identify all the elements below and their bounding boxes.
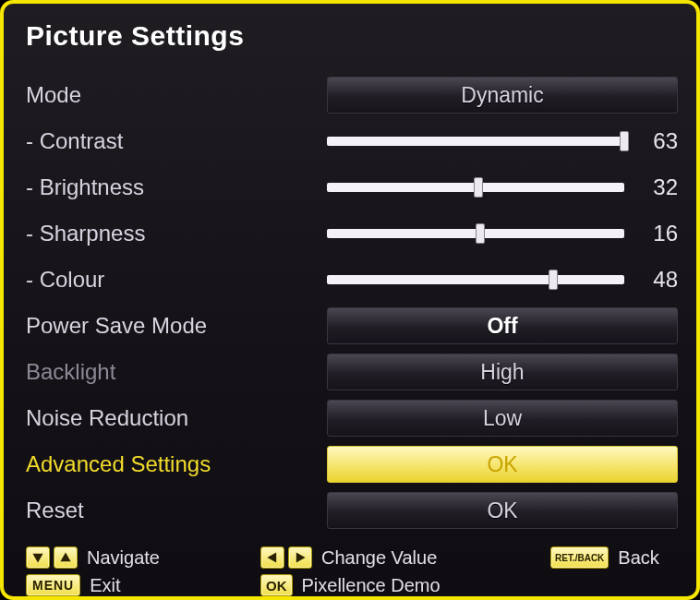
row-colour[interactable]: - Colour 48 [22, 258, 678, 301]
hint-pixdemo: OK Pixellence Demo [260, 574, 519, 596]
label-reset: Reset [22, 498, 327, 523]
row-mode[interactable]: Mode Dynamic [22, 74, 678, 116]
menu-button-icon: MENU [26, 574, 80, 596]
value-sharpness: 16 [637, 221, 678, 246]
arrow-left-icon [260, 546, 284, 569]
svg-marker-1 [60, 552, 70, 561]
hint-change: Change Value [260, 546, 519, 569]
value-noise[interactable]: Low [327, 400, 678, 437]
row-reset[interactable]: Reset OK [22, 489, 678, 532]
svg-marker-2 [267, 552, 276, 562]
label-contrast: - Contrast [22, 128, 327, 154]
label-colour: - Colour [22, 267, 327, 293]
ret-back-button-icon: RET./BACK [550, 546, 609, 569]
value-brightness: 32 [637, 174, 678, 200]
hint-back-label: Back [618, 547, 658, 569]
value-reset[interactable]: OK [327, 492, 678, 529]
value-colour: 48 [637, 267, 678, 293]
value-advanced[interactable]: OK [327, 446, 678, 483]
label-advanced: Advanced Settings [22, 451, 327, 477]
hint-change-label: Change Value [321, 547, 437, 569]
hint-navigate-label: Navigate [87, 547, 160, 569]
slider-brightness[interactable] [327, 180, 624, 195]
label-backlight: Backlight [22, 359, 327, 385]
value-powersave[interactable]: Off [327, 307, 678, 344]
arrow-down-icon [26, 546, 50, 569]
slider-colour[interactable] [327, 272, 624, 287]
arrow-up-icon [54, 546, 78, 569]
value-backlight[interactable]: High [327, 354, 678, 390]
row-contrast[interactable]: - Contrast 63 [22, 120, 678, 162]
label-mode: Mode [22, 82, 327, 108]
hint-navigate: Navigate [26, 546, 229, 569]
hint-pixdemo-label: Pixellence Demo [302, 575, 441, 596]
slider-contrast[interactable] [327, 134, 624, 149]
footer-hints: Navigate Change Value RET./BACK Back MEN… [22, 539, 678, 600]
row-brightness[interactable]: - Brightness 32 [22, 166, 678, 209]
settings-dialog: Picture Settings Mode Dynamic - Contrast… [0, 0, 700, 600]
svg-marker-3 [296, 552, 306, 562]
value-mode[interactable]: Dynamic [327, 77, 678, 114]
label-sharpness: - Sharpness [22, 221, 327, 246]
settings-list: Mode Dynamic - Contrast 63 - Brightness [22, 65, 678, 539]
svg-marker-0 [32, 554, 42, 563]
hint-exit: MENU Exit [26, 574, 229, 596]
slider-sharpness[interactable] [327, 226, 624, 241]
dialog-title: Picture Settings [22, 15, 678, 65]
row-noise[interactable]: Noise Reduction Low [22, 397, 678, 439]
row-backlight[interactable]: Backlight High [22, 351, 678, 393]
arrow-right-icon [288, 546, 312, 569]
label-powersave: Power Save Mode [22, 313, 327, 339]
hint-exit-label: Exit [90, 575, 120, 596]
value-contrast: 63 [637, 128, 678, 154]
row-advanced[interactable]: Advanced Settings OK [22, 443, 678, 486]
hint-back: RET./BACK Back [550, 546, 659, 569]
row-powersave[interactable]: Power Save Mode Off [22, 305, 678, 347]
ok-button-icon: OK [260, 574, 293, 596]
label-brightness: - Brightness [22, 174, 327, 200]
row-sharpness[interactable]: - Sharpness 16 [22, 212, 678, 255]
label-noise: Noise Reduction [22, 405, 327, 431]
